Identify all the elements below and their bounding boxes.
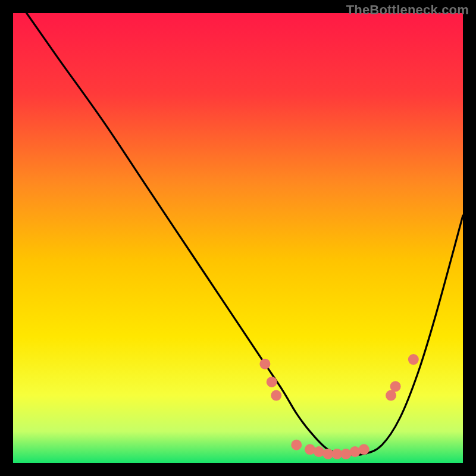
highlight-point — [350, 446, 361, 457]
highlight-point — [291, 440, 302, 450]
watermark-text: TheBottleneck.com — [346, 2, 469, 18]
highlight-point — [314, 446, 324, 457]
highlight-point — [359, 444, 369, 455]
highlight-point — [259, 359, 270, 369]
chart-svg — [13, 13, 463, 463]
chart-frame — [13, 13, 463, 463]
highlight-point — [267, 377, 277, 387]
highlight-point — [340, 449, 351, 459]
highlight-point — [390, 381, 401, 392]
highlight-point — [305, 444, 315, 455]
highlight-point — [271, 390, 281, 401]
highlight-point — [408, 354, 419, 365]
